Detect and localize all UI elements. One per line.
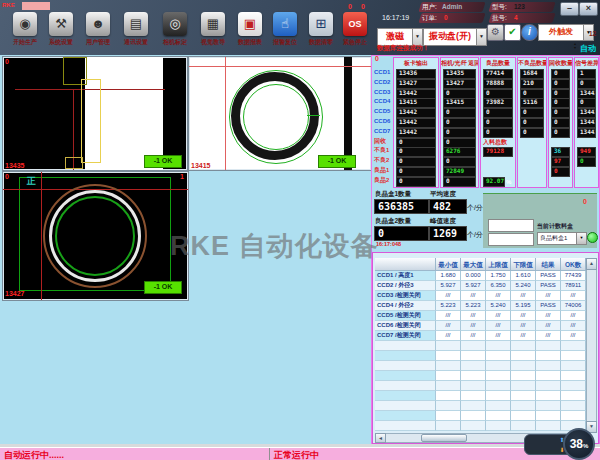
stats-cell: 13442 [396,118,436,128]
measure-cell: /// [486,331,511,341]
stats-cell: 97 [551,157,570,167]
measure-cell: /// [436,291,461,301]
stats-value: 92.07 [483,177,505,187]
model-value: 123 [514,3,525,10]
measure-cell: 6.350 [486,281,511,291]
stats-value: 0 [443,128,476,138]
stats-value: 13442 [577,108,596,118]
vertical-scrollbar[interactable] [586,258,597,433]
stats-value: 5116 [520,98,544,108]
measure-cell: 5.223 [436,301,461,311]
stats-cell: 13427 [396,79,436,89]
measure-cell [561,341,586,351]
stats-cell: 1 [577,69,596,79]
vision-teaching-button[interactable]: ▦视觉教导 [196,12,230,50]
info-icon[interactable]: i [521,24,538,41]
estop-counter-2: 0 [361,3,365,10]
emergency-stop-button[interactable]: OS紧急停止 [338,12,372,50]
user-label: 用户: [422,3,437,12]
counter-dropdown-icon[interactable]: ▼ [576,232,587,245]
counter-input-2[interactable] [488,233,534,246]
stats-value: 0 [443,118,476,128]
stats-row-label: CCD4 [374,97,390,107]
stats-cell: 0 [577,98,596,108]
measure-cell [461,391,486,401]
vibrator-dropdown-icon[interactable]: ▼ [476,28,487,46]
measure-cell [486,391,511,401]
stats-cell: 0 [520,118,544,128]
stats-cell: 0 [396,138,436,148]
stats-cell: 72849 [443,167,476,177]
stats-column-camera-return: 相机/光纤 返回1343513427013415000062760728490 [440,57,479,188]
stats-cell: 36 [551,147,570,157]
gear-icon[interactable]: ⚙ [487,24,504,41]
stats-value: 0 [577,98,596,108]
memory-percent-widget[interactable]: 38% [563,428,595,460]
vibrator-button[interactable]: 振动盘(开) [423,28,477,46]
data-report-button[interactable]: ▣数据报表 [233,12,267,50]
stats-row-label: 不良2 [374,156,389,166]
measure-cell: PASS [536,301,561,311]
measure-row: CCD1 / 高度11.6800.0001.7501.610PASS77439 [375,271,586,281]
measure-cell [486,361,511,371]
alarm-reset-button[interactable]: ☝报警复位 [268,12,302,50]
measure-cell: 5.240 [486,301,511,311]
mode-label: 自动 [580,43,596,54]
measure-cell: /// [561,311,586,321]
stats-value: 0 [551,118,570,128]
measure-header-cell: 结果 [536,258,561,271]
stats-value: 0 [396,167,436,177]
stats-value: 0 [443,157,476,167]
user-management-button[interactable]: ☻用户管理 [81,12,115,50]
camera2-inner-circle [243,84,309,150]
memory-percent-value: 38 [570,437,583,451]
mode-spinner[interactable]: ▴▾ [572,42,578,50]
hscroll-thumb[interactable] [421,434,467,442]
stats-value: 78888 [483,79,513,89]
camera2-crosshair-h [189,66,371,67]
measure-cell [511,401,536,411]
stats-value: 0 [551,89,570,99]
stats-value: 13442 [396,108,436,118]
system-settings-button[interactable]: ⚒系统设置 [44,12,78,50]
data-report-icon: ▣ [238,12,262,36]
camera1-counter: 0 [5,58,9,65]
measure-cell: /// [486,291,511,301]
close-button[interactable]: × [579,2,598,16]
stats-corner: 0 [375,55,379,62]
measure-cell: 5.195 [511,301,536,311]
scroll-left-icon[interactable]: ◄ [375,433,386,443]
spinner-down-icon[interactable]: ▾ [574,45,576,50]
data-clear-button[interactable]: ⊞数据清零 [304,12,338,50]
minimize-button[interactable]: – [560,2,579,16]
stats-value: 949 [577,147,596,157]
order-value: 0 [444,14,448,21]
comm-settings-button[interactable]: ▤通讯设置 [119,12,153,50]
stats-cell: 949 [577,147,596,157]
measure-header-cell: 最大值 [461,258,486,271]
counter-box-select[interactable]: 良品料盒1 [537,232,579,245]
measure-cell: /// [486,321,511,331]
scroll-up-icon[interactable]: ▲ [586,258,597,270]
stats-row-label: CCD1 [374,68,390,78]
stats-value: 79128 [483,147,513,157]
measure-cell [486,421,511,431]
measure-row-label [375,341,436,351]
trigger-select[interactable]: 外触发 [538,24,584,41]
stats-cell: 0 [396,157,436,167]
stats-value: 0 [443,89,476,99]
stats-cell: 0 [483,118,513,128]
start-production-button[interactable]: ◉开始生产 [8,12,42,50]
camera-calibration-button[interactable]: ◎相机标定 [158,12,192,50]
stats-value: 0 [551,128,570,138]
stats-value: 210 [520,79,544,89]
measure-cell: /// [486,311,511,321]
user-value: Admin [442,3,462,10]
measure-row-label: CCD5 /检测关闭 [375,311,436,321]
measure-cell: 1.680 [436,271,461,281]
counter-input-1[interactable] [488,219,534,232]
stats-value: 6276 [443,147,476,157]
measure-row [375,371,586,381]
check-icon[interactable]: ✔ [504,24,521,41]
title-block [22,2,50,10]
